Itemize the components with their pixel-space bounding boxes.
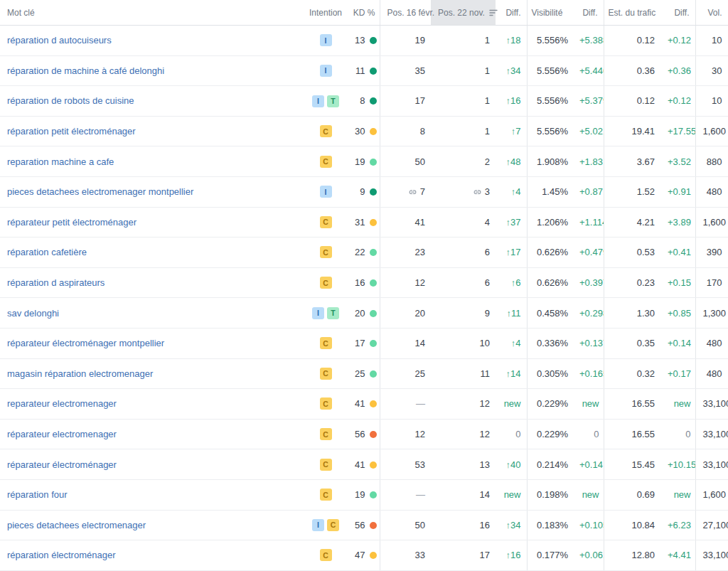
intent-badge-i: I — [320, 65, 332, 77]
traffic-diff-value: +17.55 — [668, 126, 695, 137]
col-header-kd[interactable]: KD % — [346, 0, 380, 26]
kd-value: 56 — [355, 429, 365, 439]
pos-new-cell-value: 4 — [485, 217, 490, 228]
col-header-pos-new[interactable]: Pos. 22 nov. — [431, 0, 496, 26]
keyword-link[interactable]: reparateur electromenager — [7, 398, 117, 409]
volume-value: 480 — [707, 368, 722, 379]
serp-link-icon[interactable] — [473, 188, 482, 196]
keyword-link[interactable]: pieces detachees electromenager — [7, 520, 146, 530]
kd-cell: 17 — [346, 328, 380, 358]
visibility-value: 5.556% — [537, 126, 568, 137]
col-header-pos-diff[interactable]: Diff. — [496, 0, 527, 26]
pos-diff-value: ↑18 — [506, 35, 521, 46]
visibility-diff-cell: +0.298 — [572, 298, 604, 329]
visibility-cell: 1.45% — [527, 176, 572, 207]
keyword-cell: réparateur electromenager — [0, 419, 306, 449]
pos-new-cell: 9 — [431, 298, 496, 329]
pos-old-cell: 8 — [380, 116, 431, 146]
pos-new-cell: 10 — [431, 328, 496, 358]
kd-value: 31 — [355, 217, 365, 228]
traffic-value: 3.67 — [637, 156, 655, 167]
pos-new-cell: 13 — [431, 449, 496, 480]
visibility-value: 0.214% — [537, 459, 568, 470]
kd-cell: 20 — [346, 298, 380, 329]
keyword-link[interactable]: réparation four — [7, 489, 68, 500]
traffic-diff-value: +3.89 — [668, 217, 691, 228]
keyword-link[interactable]: réparateur électroménager — [7, 459, 117, 470]
keyword-link[interactable]: magasin réparation electromenager — [7, 368, 153, 379]
intent-badge-c: C — [320, 549, 332, 561]
pos-old-cell: 50 — [380, 510, 431, 540]
pos-old-cell-value: 25 — [415, 368, 425, 379]
col-header-visibility-diff[interactable]: Diff. — [572, 0, 604, 26]
visibility-diff-value: +1.83 — [579, 156, 603, 167]
col-header-volume[interactable]: Vol. — [695, 0, 728, 26]
keyword-link[interactable]: pieces detachees electromenager montpell… — [7, 186, 193, 197]
visibility-diff-cell: +0.105 — [572, 510, 604, 540]
pos-new-cell-value: 1 — [485, 126, 490, 137]
intent-badge-c: C — [320, 428, 332, 440]
keyword-link[interactable]: réparation électroménager — [7, 550, 115, 560]
keyword-cell: réparateur électroménager — [0, 449, 306, 480]
visibility-cell: 1.908% — [527, 146, 572, 177]
intent-badge-c: C — [320, 368, 332, 380]
traffic-diff-value: +0.12 — [668, 95, 691, 106]
keyword-link[interactable]: réparation d aspirateurs — [7, 277, 105, 288]
intent-cell: C — [306, 449, 346, 480]
pos-diff-cell: ↑16 — [496, 86, 527, 117]
volume-value: 33,100 — [703, 550, 728, 560]
visibility-value: 0.229% — [537, 429, 568, 439]
keyword-link[interactable]: réparation d autocuiseurs — [7, 35, 112, 46]
visibility-diff-value: +0.137 — [579, 338, 604, 348]
col-header-pos-old[interactable]: Pos. 16 févr. — [380, 0, 431, 26]
kd-difficulty-dot — [370, 68, 377, 75]
traffic-diff-cell: new — [660, 389, 695, 420]
pos-new-cell-value: 1 — [485, 35, 490, 46]
visibility-diff-value: 0 — [594, 429, 599, 439]
col-header-visibility[interactable]: Visibilité — [527, 0, 572, 26]
intent-badge-c: C — [320, 489, 332, 501]
keyword-link[interactable]: réparateur petit électroménager — [7, 217, 136, 228]
keyword-link[interactable]: reparation machine a cafe — [7, 156, 114, 167]
pos-diff-cell: ↑40 — [496, 449, 527, 480]
visibility-diff-cell: +0.137 — [572, 328, 604, 358]
visibility-value: 0.183% — [537, 520, 568, 530]
volume-cell: 170 — [695, 267, 728, 298]
keyword-link[interactable]: réparation cafetière — [7, 247, 87, 257]
col-header-traffic[interactable]: Est. du trafic — [604, 0, 660, 26]
keyword-link[interactable]: réparation petit électroménager — [7, 126, 136, 137]
keyword-link[interactable]: sav delonghi — [7, 308, 59, 319]
pos-new-cell: 6 — [431, 238, 496, 268]
sort-descending-icon[interactable] — [489, 9, 498, 17]
keyword-link[interactable]: réparateur électroménager montpellier — [7, 338, 164, 348]
intent-badge-c: C — [320, 125, 332, 137]
kd-difficulty-dot — [370, 431, 377, 438]
col-header-keyword[interactable]: Mot clé — [0, 0, 306, 26]
col-header-traffic-diff[interactable]: Diff. — [660, 0, 695, 26]
pos-diff-cell: ↑4 — [496, 328, 527, 358]
visibility-diff-cell: +5.446 — [572, 55, 604, 86]
traffic-diff-cell: +0.15 — [660, 267, 695, 298]
volume-cell: 1,600 — [695, 207, 728, 238]
pos-new-cell: 17 — [431, 540, 496, 571]
kd-value: 17 — [355, 338, 365, 348]
pos-diff-value: ↑16 — [506, 550, 521, 560]
volume-cell: 27,100 — [695, 510, 728, 540]
intent-cell: C — [306, 540, 346, 571]
col-header-intention[interactable]: Intention — [306, 0, 346, 26]
visibility-value: 1.908% — [537, 156, 568, 167]
pos-diff-value: ↑34 — [506, 520, 521, 530]
pos-old-cell-value: 41 — [415, 217, 425, 228]
keyword-link[interactable]: réparateur electromenager — [7, 429, 117, 439]
col-header-kd-label: KD % — [353, 8, 375, 18]
traffic-cell: 19.41 — [604, 116, 660, 146]
pos-diff-cell: ↑37 — [496, 207, 527, 238]
kd-difficulty-dot — [370, 279, 377, 287]
kd-value: 56 — [355, 520, 365, 530]
visibility-cell: 0.214% — [527, 449, 572, 480]
traffic-diff-cell: +0.14 — [660, 328, 695, 358]
serp-link-icon[interactable] — [408, 188, 417, 196]
keyword-link[interactable]: réparation de machine à café delonghi — [7, 65, 164, 76]
traffic-cell: 10.84 — [604, 510, 660, 540]
keyword-link[interactable]: réparation de robots de cuisine — [7, 95, 134, 106]
